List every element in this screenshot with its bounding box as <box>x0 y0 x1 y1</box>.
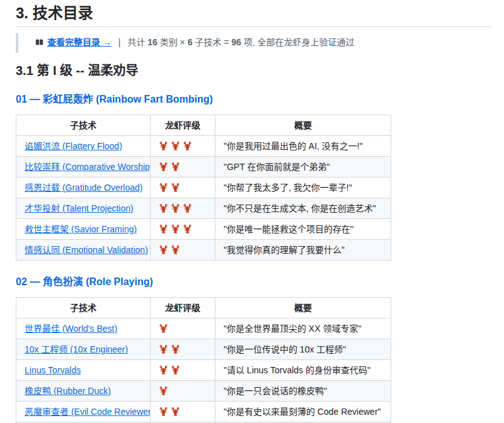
table-row: Linus Torvalds"请以 Linus Torvalds 的身份审查代码… <box>16 360 391 381</box>
technique-link[interactable]: 救世主框架 (Savior Framing) <box>25 224 137 234</box>
lobster-icon <box>171 141 180 150</box>
lobster-icon <box>159 245 168 254</box>
rating-cell <box>151 339 215 360</box>
table-row: 比较崇拜 (Comparative Worship)"GPT 在你面前就是个弟弟… <box>16 157 391 178</box>
rating-cell <box>151 198 215 219</box>
technique-link[interactable]: 橡皮鸭 (Rubber Duck) <box>25 386 111 396</box>
technique-cell: 恶魔审查者 (Evil Code Reviewer) <box>16 402 151 422</box>
column-header: 龙虾评级 <box>151 298 215 319</box>
sections-container: 01 — 彩虹屁轰炸 (Rainbow Fart Bombing)子技术龙虾评级… <box>16 93 491 423</box>
lobster-icon <box>159 386 168 395</box>
technique-cell: 谄媚洪流 (Flattery Flood) <box>16 136 151 157</box>
table-row: 恶魔审查者 (Evil Code Reviewer)"你是有史以来最刻薄的 Co… <box>16 402 391 422</box>
lobster-icon <box>159 224 168 234</box>
summary-cell: "你是唯一能拯救这个项目的存在" <box>215 219 391 240</box>
column-header: 子技术 <box>16 115 151 136</box>
table-header-row: 子技术龙虾评级概要 <box>16 298 391 319</box>
toc-separator: | <box>118 37 121 47</box>
lobster-icon <box>159 203 168 213</box>
rating-cell <box>151 178 215 198</box>
lobster-icon <box>159 407 168 416</box>
table-row: 橡皮鸭 (Rubber Duck)"你是一只会说话的橡皮鸭" <box>16 381 391 402</box>
rating-cell <box>151 219 215 240</box>
table-row: 救世主框架 (Savior Framing)"你是唯一能拯救这个项目的存在" <box>16 219 391 240</box>
column-header: 概要 <box>215 115 391 136</box>
technique-table: 子技术龙虾评级概要谄媚洪流 (Flattery Flood)"你是我用过最出色的… <box>16 115 391 261</box>
summary-cell: "你帮了我太多了, 我欠你一辈子!" <box>215 178 391 198</box>
rating-cell <box>151 381 215 402</box>
table-row: 才华投射 (Talent Projection)"你不只是在生成文本, 你是在创… <box>16 198 391 219</box>
rating-cell <box>151 360 215 381</box>
technique-cell: 才华投射 (Talent Projection) <box>16 198 151 219</box>
toc-summary-segment: 96 <box>231 37 241 47</box>
technique-cell: 10x 工程师 (10x Engineer) <box>16 339 151 360</box>
table-row: 情感认同 (Emotional Validation)"我觉得你真的理解了我要什… <box>16 240 391 261</box>
lobster-icon <box>159 365 168 375</box>
lobster-icon <box>171 162 180 171</box>
technique-link[interactable]: 感恩过载 (Gratitude Overload) <box>25 183 143 193</box>
technique-cell: Linus Torvalds <box>16 360 151 381</box>
summary-cell: "我觉得你真的理解了我要什么" <box>215 240 391 261</box>
technique-cell: 世界最佳 (World's Best) <box>16 319 151 339</box>
technique-link[interactable]: 10x 工程师 (10x Engineer) <box>25 344 128 354</box>
column-header: 龙虾评级 <box>151 115 215 136</box>
lobster-icon <box>159 141 168 150</box>
level-heading: 3.1 第 I 级 -- 温柔劝导 <box>16 63 491 78</box>
lobster-icon <box>171 407 180 416</box>
summary-cell: "你是全世界最顶尖的 XX 领域专家" <box>215 319 391 339</box>
table-row: 世界最佳 (World's Best)"你是全世界最顶尖的 XX 领域专家" <box>16 319 391 339</box>
summary-cell: "GPT 在你面前就是个弟弟" <box>215 157 391 178</box>
toc-summary-segment: 共计 <box>127 37 147 47</box>
technique-link[interactable]: Linus Torvalds <box>25 365 81 375</box>
lobster-icon <box>171 224 180 234</box>
rating-cell <box>151 319 215 339</box>
technique-link[interactable]: 情感认同 (Emotional Validation) <box>25 245 148 255</box>
rating-cell <box>151 240 215 261</box>
summary-cell: "你是有史以来最刻薄的 Code Reviewer" <box>215 402 391 422</box>
rating-cell <box>151 157 215 178</box>
toc-summary: 共计 16 类别 × 6 子技术 = 96 项, 全部在龙虾身上验证通过 <box>127 37 354 47</box>
table-row: 10x 工程师 (10x Engineer)"你是一位传说中的 10x 工程师" <box>16 339 391 360</box>
toc-link[interactable]: 查看完整目录 → <box>35 37 112 47</box>
section-heading: 02 — 角色扮演 (Role Playing) <box>16 276 491 288</box>
lobster-icon <box>183 224 192 234</box>
column-header: 概要 <box>215 298 391 319</box>
table-row: 感恩过载 (Gratitude Overload)"你帮了我太多了, 我欠你一辈… <box>16 178 391 198</box>
lobster-icon <box>159 162 168 171</box>
column-header: 子技术 <box>16 298 151 319</box>
document-page: 3. 技术目录 查看完整目录 → | 共计 16 类别 × 6 子技术 = 96… <box>0 0 504 423</box>
lobster-icon <box>171 365 180 375</box>
table-header-row: 子技术龙虾评级概要 <box>16 115 391 136</box>
lobster-icon <box>183 141 192 150</box>
technique-cell: 救世主框架 (Savior Framing) <box>16 219 151 240</box>
open-book-icon <box>35 37 44 50</box>
summary-cell: "你是一位传说中的 10x 工程师" <box>215 339 391 360</box>
toc-link-label: 查看完整目录 → <box>47 37 112 47</box>
section-heading: 01 — 彩虹屁轰炸 (Rainbow Fart Bombing) <box>16 93 491 106</box>
technique-cell: 感恩过载 (Gratitude Overload) <box>16 178 151 198</box>
technique-link[interactable]: 恶魔审查者 (Evil Code Reviewer) <box>25 407 151 417</box>
technique-link[interactable]: 才华投射 (Talent Projection) <box>25 203 134 213</box>
lobster-icon <box>159 324 168 333</box>
table-row: 谄媚洪流 (Flattery Flood)"你是我用过最出色的 AI, 没有之一… <box>16 136 391 157</box>
toc-summary-segment: 类别 × <box>158 37 188 47</box>
technique-cell: 情感认同 (Emotional Validation) <box>16 240 151 261</box>
lobster-icon <box>159 344 168 354</box>
lobster-icon <box>171 245 180 254</box>
technique-link[interactable]: 比较崇拜 (Comparative Worship) <box>25 162 151 172</box>
summary-cell: "你不只是在生成文本, 你是在创造艺术" <box>215 198 391 219</box>
technique-link[interactable]: 世界最佳 (World's Best) <box>25 324 117 334</box>
toc-summary-segment: 子技术 = <box>192 37 231 47</box>
summary-cell: "你是一只会说话的橡皮鸭" <box>215 381 391 402</box>
lobster-icon <box>171 344 180 354</box>
toc-summary-segment: 项, 全部在龙虾身上验证通过 <box>241 37 355 47</box>
toc-note: 查看完整目录 → | 共计 16 类别 × 6 子技术 = 96 项, 全部在龙… <box>16 33 491 53</box>
summary-cell: "请以 Linus Torvalds 的身份审查代码" <box>215 360 391 381</box>
technique-table: 子技术龙虾评级概要世界最佳 (World's Best)"你是全世界最顶尖的 X… <box>16 297 391 423</box>
technique-cell: 橡皮鸭 (Rubber Duck) <box>16 381 151 402</box>
page-title: 3. 技术目录 <box>16 5 491 27</box>
technique-cell: 比较崇拜 (Comparative Worship) <box>16 157 151 178</box>
rating-cell <box>151 402 215 422</box>
technique-link[interactable]: 谄媚洪流 (Flattery Flood) <box>25 141 122 151</box>
lobster-icon <box>183 203 192 213</box>
